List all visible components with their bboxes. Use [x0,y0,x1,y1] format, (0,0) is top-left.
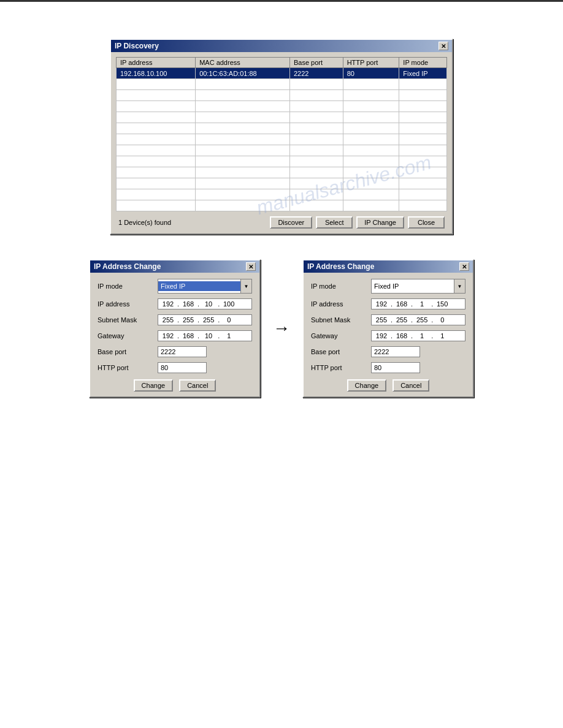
right-base-port-row: Base port [311,346,465,357]
addr-change-right-window: IP Address Change ✕ IP mode Fixed IP ▼ [302,259,474,398]
left-base-port-input[interactable] [158,346,207,357]
left-cancel-button[interactable]: Cancel [179,379,216,392]
table-row-empty [117,134,447,145]
table-header-row: IP address MAC address Base port HTTP po… [117,58,447,68]
right-subnet-octet-1[interactable] [373,316,390,324]
col-base-port: Base port [289,58,343,68]
addr-change-right-titlebar: IP Address Change ✕ [304,260,473,273]
left-ip-mode-dropdown[interactable]: Fixed IP ▼ [158,279,252,294]
left-ip-octet-2[interactable] [180,300,197,308]
left-ip-mode-row: IP mode Fixed IP ▼ [98,279,252,294]
left-http-port-row: HTTP port [98,362,252,373]
ip-change-button[interactable]: IP Change [356,216,404,229]
left-base-port-label: Base port [98,348,153,355]
left-ip-mode-label: IP mode [98,282,153,290]
left-ip-mode-select[interactable]: Fixed IP [158,281,240,291]
right-http-port-input[interactable] [371,362,420,373]
right-cancel-button[interactable]: Cancel [393,379,429,392]
addr-change-left-close-icon[interactable]: ✕ [246,262,256,271]
right-gateway-row: Gateway . . . [311,330,465,341]
table-cell-ip_mode: Fixed IP [399,68,447,79]
left-subnet-label: Subnet Mask [98,316,153,324]
left-gateway-octet-3[interactable] [200,332,217,340]
ip-discovery-close-icon[interactable]: ✕ [439,42,448,50]
table-row-empty [117,112,447,123]
addr-change-left-title: IP Address Change [94,262,161,271]
addr-change-right-close-icon[interactable]: ✕ [459,262,469,271]
left-subnet-octet-3[interactable] [200,316,217,324]
addr-change-left-window: IP Address Change ✕ IP mode Fixed IP ▼ [89,259,261,398]
left-gateway-octet-2[interactable] [180,332,197,340]
col-http-port: HTTP port [343,58,399,68]
table-row-empty [117,123,447,134]
right-ip-mode-label: IP mode [311,282,366,290]
table-row[interactable]: 192.168.10.10000:1C:63:AD:01:88222280Fix… [117,68,447,79]
right-subnet-octet-3[interactable] [413,316,431,324]
table-cell-mac: 00:1C:63:AD:01:88 [196,68,290,79]
table-row-empty [117,156,447,167]
left-ip-address-field: . . . [158,298,252,309]
table-cell-ip: 192.168.10.100 [117,68,196,79]
table-row-empty [117,90,447,101]
close-button[interactable]: Close [408,216,445,229]
bottom-section: IP Address Change ✕ IP mode Fixed IP ▼ [89,259,474,398]
ip-discovery-table: IP address MAC address Base port HTTP po… [116,57,447,211]
table-row-empty [117,145,447,156]
right-ip-octet-2[interactable] [393,300,410,308]
left-ip-address-row: IP address . . . [98,298,252,309]
right-http-port-row: HTTP port [311,362,465,373]
right-gateway-octet-4[interactable] [434,332,451,340]
left-change-button[interactable]: Change [134,379,174,392]
table-cell-http_port: 80 [343,68,399,79]
right-gateway-octet-2[interactable] [393,332,410,340]
left-ip-octet-1[interactable] [159,300,177,308]
right-ip-mode-row: IP mode Fixed IP ▼ [311,279,465,294]
select-button[interactable]: Select [316,216,353,229]
left-ip-octet-3[interactable] [200,300,217,308]
left-subnet-octet-2[interactable] [180,316,197,324]
discover-button[interactable]: Discover [270,216,312,229]
right-ip-octet-1[interactable] [373,300,390,308]
left-dialog-buttons: Change Cancel [98,379,252,392]
right-gateway-octet-3[interactable] [413,332,431,340]
right-base-port-input[interactable] [371,346,420,357]
right-ip-mode-arrow-icon[interactable]: ▼ [454,279,465,293]
left-gateway-octet-1[interactable] [159,332,177,340]
right-subnet-octet-2[interactable] [393,316,410,324]
left-gateway-row: Gateway . . . [98,330,252,341]
right-gateway-label: Gateway [311,332,366,339]
table-row-empty [117,178,447,189]
right-http-port-label: HTTP port [311,364,366,371]
table-row-empty [117,79,447,90]
left-ip-octet-4[interactable] [220,300,237,308]
left-subnet-octet-4[interactable] [220,316,237,324]
col-mac-address: MAC address [196,58,290,68]
right-subnet-octet-4[interactable] [434,316,451,324]
right-ip-mode-select[interactable]: Fixed IP [372,281,454,291]
right-ip-octet-3[interactable] [413,300,431,308]
right-subnet-row: Subnet Mask . . . [311,314,465,325]
right-change-button[interactable]: Change [347,379,387,392]
right-ip-address-row: IP address . . . [311,298,465,309]
right-ip-mode-dropdown[interactable]: Fixed IP ▼ [371,279,465,294]
table-row-empty [117,200,447,211]
col-ip-address: IP address [117,58,196,68]
addr-change-right-title: IP Address Change [307,262,374,271]
left-subnet-row: Subnet Mask . . . [98,314,252,325]
left-http-port-input[interactable] [158,362,207,373]
right-ip-octet-4[interactable] [434,300,451,308]
left-subnet-octet-1[interactable] [159,316,177,324]
ip-discovery-title: IP Discovery [115,42,159,50]
left-ip-mode-arrow-icon[interactable]: ▼ [240,279,251,293]
right-ip-address-label: IP address [311,300,366,308]
right-subnet-label: Subnet Mask [311,316,366,324]
right-subnet-field: . . . [371,314,465,325]
left-gateway-octet-4[interactable] [220,332,237,340]
col-ip-mode: IP mode [399,58,447,68]
left-gateway-label: Gateway [98,332,153,339]
right-gateway-octet-1[interactable] [373,332,390,340]
right-ip-address-field: . . . [371,298,465,309]
left-gateway-field: . . . [158,330,252,341]
table-row-empty [117,167,447,178]
ip-discovery-titlebar: IP Discovery ✕ [111,40,452,52]
